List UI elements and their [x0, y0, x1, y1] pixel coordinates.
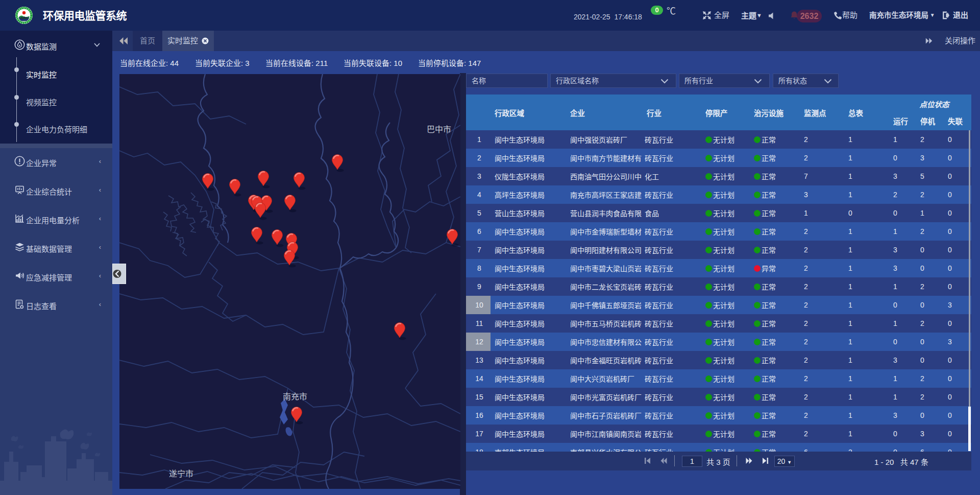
svg-text:巴中市: 巴中市	[427, 125, 451, 134]
svg-text:遂宁市: 遂宁市	[169, 469, 193, 478]
svg-text:南充市: 南充市	[283, 392, 307, 401]
